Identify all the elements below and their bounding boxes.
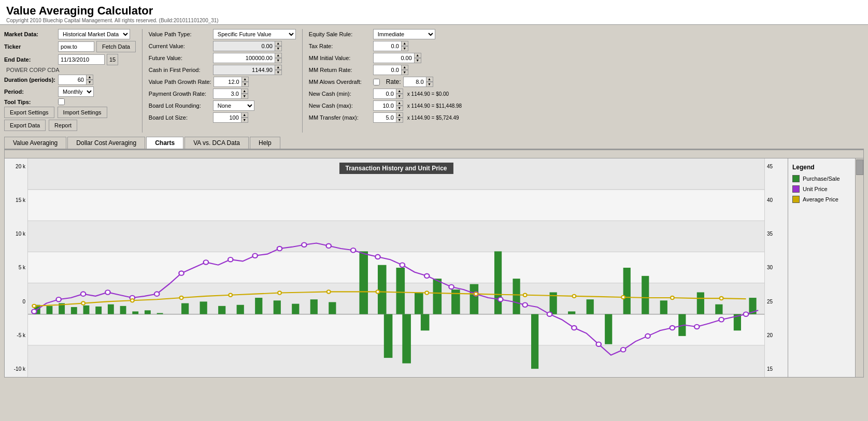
cash-first-spinner[interactable]: ▲ ▼ [213, 65, 282, 75]
payment-growth-up[interactable]: ▲ [241, 89, 248, 94]
future-value-input[interactable] [213, 53, 275, 63]
board-lot-size-up[interactable]: ▲ [241, 112, 248, 118]
tax-rate-up[interactable]: ▲ [401, 41, 408, 46]
current-value-down[interactable]: ▼ [275, 46, 282, 51]
export-settings-button[interactable]: Export Settings [4, 107, 54, 118]
ticker-name-row: POWER CORP CDA [4, 67, 136, 73]
payment-growth-spinner[interactable]: ▲ ▼ [213, 89, 248, 99]
copyright: Copyright 2010 Bluechip Capital Manageme… [6, 18, 862, 23]
svg-rect-32 [329, 302, 336, 314]
mm-overdraft-checkbox[interactable] [373, 79, 380, 85]
cash-first-input[interactable] [213, 65, 275, 75]
sale-rule-select[interactable]: Immediate [373, 29, 435, 39]
growth-rate-down[interactable]: ▼ [241, 82, 249, 87]
mm-initial-input[interactable] [373, 53, 415, 63]
ticker-input[interactable] [58, 41, 94, 52]
duration-spinner[interactable]: ▲ ▼ [58, 75, 93, 85]
current-value-input[interactable] [213, 41, 275, 51]
board-lot-size-spinner[interactable]: ▲ ▼ [213, 112, 248, 123]
future-value-down[interactable]: ▼ [275, 58, 282, 63]
tab-va-dca[interactable]: VA vs. DCA Data [184, 137, 249, 149]
end-date-input[interactable] [58, 54, 105, 65]
new-cash-min-input[interactable] [373, 89, 396, 99]
new-cash-max-input[interactable] [373, 100, 396, 111]
ticker-row: Ticker Fetch Data [4, 41, 136, 52]
mm-transfer-input[interactable] [373, 112, 396, 123]
mm-return-up[interactable]: ▲ [401, 65, 408, 70]
duration-down[interactable]: ▼ [86, 80, 93, 85]
cash-first-up[interactable]: ▲ [275, 65, 282, 70]
y-right-45: 45 [767, 164, 786, 169]
duration-label: Duration (periods): [4, 77, 56, 83]
y-right-20: 20 [767, 332, 786, 338]
mm-transfer-down[interactable]: ▼ [396, 118, 403, 123]
scrollbar-thumb[interactable] [856, 159, 863, 175]
svg-point-68 [277, 246, 282, 251]
current-value-row: Current Value: ▲ ▼ [149, 41, 296, 51]
rate-down[interactable]: ▼ [426, 82, 433, 87]
rate-spinner[interactable]: ▲ ▼ [403, 77, 433, 87]
duration-up[interactable]: ▲ [86, 75, 93, 80]
tax-rate-input[interactable] [373, 41, 402, 51]
board-lot-label: Board Lot Rounding: [149, 103, 211, 109]
payment-growth-input[interactable] [213, 89, 241, 99]
board-lot-row: Board Lot Rounding: None [149, 100, 296, 111]
mm-return-spinner[interactable]: ▲ ▼ [373, 65, 408, 75]
chart-title: Transaction History and Unit Price [339, 163, 453, 174]
current-value-up[interactable]: ▲ [275, 41, 282, 46]
new-cash-max-buttons: ▲ ▼ [396, 100, 403, 111]
future-value-spinner[interactable]: ▲ ▼ [213, 53, 282, 63]
fetch-data-button[interactable]: Fetch Data [96, 41, 136, 52]
svg-rect-42 [421, 314, 430, 331]
rate-input[interactable] [403, 77, 426, 87]
board-lot-size-input[interactable] [213, 112, 241, 123]
mm-return-input[interactable] [373, 65, 402, 75]
calendar-button[interactable]: 15 [107, 54, 118, 65]
period-select[interactable]: MonthlyWeeklyDaily [58, 86, 94, 97]
tooltips-checkbox[interactable] [58, 98, 65, 105]
duration-input[interactable] [58, 75, 87, 85]
new-cash-min-down[interactable]: ▼ [396, 94, 403, 99]
mm-transfer-up[interactable]: ▲ [396, 112, 403, 118]
future-value-up[interactable]: ▲ [275, 53, 282, 58]
chart-scrollbar-right[interactable] [855, 158, 863, 377]
board-lot-select[interactable]: None [213, 100, 254, 111]
svg-rect-49 [605, 314, 612, 344]
tab-value-averaging[interactable]: Value Averaging [4, 137, 66, 149]
svg-point-59 [56, 297, 61, 301]
mm-initial-up[interactable]: ▲ [414, 53, 421, 58]
vp-type-select[interactable]: Specific Future Value [213, 29, 296, 39]
report-button[interactable]: Report [49, 120, 77, 131]
chart-scrollbar-top[interactable] [5, 150, 863, 158]
svg-point-77 [498, 297, 503, 301]
mm-transfer-spinner[interactable]: ▲ ▼ [373, 112, 403, 123]
import-settings-button[interactable]: Import Settings [58, 107, 107, 118]
tab-charts[interactable]: Charts [146, 137, 183, 149]
rate-buttons: ▲ ▼ [426, 77, 433, 87]
mm-initial-spinner[interactable]: ▲ ▼ [373, 53, 421, 63]
new-cash-max-down[interactable]: ▼ [396, 106, 403, 111]
period-row: Period: MonthlyWeeklyDaily [4, 86, 136, 97]
svg-point-58 [32, 309, 36, 313]
new-cash-min-up[interactable]: ▲ [396, 89, 403, 94]
current-value-spinner[interactable]: ▲ ▼ [213, 41, 282, 51]
market-data-select[interactable]: Historical Market Data [58, 29, 130, 39]
board-lot-size-down[interactable]: ▼ [241, 118, 248, 123]
rate-up[interactable]: ▲ [426, 77, 433, 82]
mm-return-down[interactable]: ▼ [401, 70, 408, 75]
export-data-button[interactable]: Export Data [4, 120, 46, 131]
tax-rate-down[interactable]: ▼ [401, 46, 408, 51]
cash-first-down[interactable]: ▼ [275, 70, 282, 75]
mm-initial-down[interactable]: ▼ [414, 58, 421, 63]
tax-rate-spinner[interactable]: ▲ ▼ [373, 41, 408, 51]
new-cash-max-spinner[interactable]: ▲ ▼ [373, 100, 403, 111]
growth-rate-spinner[interactable]: ▲ ▼ [214, 77, 249, 87]
svg-rect-24 [181, 303, 189, 314]
new-cash-max-up[interactable]: ▲ [396, 100, 403, 106]
tab-dca[interactable]: Dollar Cost Averaging [67, 137, 145, 149]
new-cash-min-spinner[interactable]: ▲ ▼ [373, 89, 403, 99]
payment-growth-down[interactable]: ▼ [241, 94, 248, 99]
tab-help[interactable]: Help [250, 137, 280, 149]
growth-rate-up[interactable]: ▲ [241, 77, 249, 82]
growth-rate-input[interactable] [214, 77, 242, 87]
